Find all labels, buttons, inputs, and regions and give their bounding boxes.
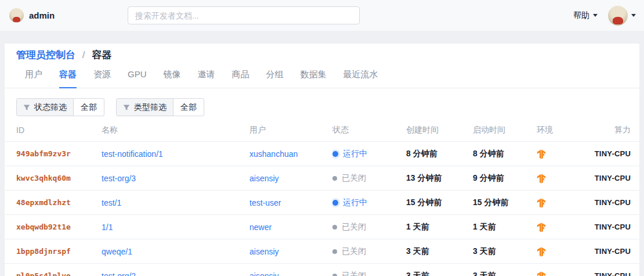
filter-bar: 状态筛选全部类型筛选全部 (5, 98, 639, 116)
table-row: kwvc3qhkq60mtest-org/3aisensiy已关闭13 分钟前9… (5, 166, 639, 191)
status-dot-icon (332, 249, 337, 254)
tab-containers[interactable]: 容器 (59, 69, 77, 88)
container-name-link[interactable]: test-org/2 (102, 271, 136, 276)
search-box (128, 6, 360, 24)
tensorflow-icon (537, 198, 546, 208)
help-label: 帮助 (573, 10, 589, 21)
status-badge: 运行中 (332, 198, 406, 208)
filter-label: 类型筛选 (134, 102, 167, 113)
table-row: 48epxmdlzhzttest/1test-user运行中15 分钟前15 分… (5, 191, 639, 215)
created-time: 8 分钟前 (406, 149, 473, 159)
compute-type: TINY-CPU (586, 198, 631, 207)
account-chevron-down-icon[interactable] (631, 14, 636, 17)
breadcrumb-parent-link[interactable]: 管理员控制台 (16, 49, 75, 60)
page-title: 容器 (92, 49, 111, 60)
tensorflow-icon (537, 247, 546, 257)
funnel-icon (23, 104, 30, 111)
started-time: 8 分钟前 (473, 149, 537, 159)
compute-type: TINY-CPU (586, 247, 631, 256)
tab-datasets[interactable]: 数据集 (301, 69, 327, 88)
table-row: 949abfm9zv3rtest-notification/1xushanchu… (5, 142, 639, 166)
status-filter-button[interactable]: 状态筛选 (17, 99, 74, 116)
tab-invitations[interactable]: 邀请 (198, 69, 215, 88)
tab-images[interactable]: 镜像 (164, 69, 181, 88)
status-label: 运行中 (343, 149, 367, 159)
user-link[interactable]: aisensiy (249, 174, 279, 183)
status-dot-icon (332, 200, 338, 206)
status-badge: 运行中 (332, 149, 406, 159)
created-time: 15 分钟前 (406, 198, 473, 208)
status-badge: 已关闭 (332, 246, 406, 257)
admin-console-panel: 管理员控制台 / 容器 用户容器资源GPU镜像邀请商品分组数据集最近流水 状态筛… (5, 44, 639, 276)
tensorflow-icon (537, 271, 546, 276)
tabs: 用户容器资源GPU镜像邀请商品分组数据集最近流水 (5, 69, 639, 88)
container-id: kwvc3qhkq60m (16, 174, 102, 182)
status-label: 已关闭 (342, 173, 366, 184)
container-id: xebqwdb92t1e (16, 223, 102, 231)
funnel-icon (123, 104, 130, 111)
started-time: 1 天前 (473, 222, 537, 232)
tensorflow-icon (537, 149, 546, 159)
tensorflow-icon (537, 174, 546, 184)
status-label: 已关闭 (342, 246, 366, 257)
status-badge: 已关闭 (332, 173, 406, 184)
containers-table: ID名称用户状态创建时间启动时间环境算力 949abfm9zv3rtest-no… (5, 119, 639, 276)
container-name-link[interactable]: test/1 (102, 198, 121, 207)
type-filter-button[interactable]: 类型筛选 (117, 99, 173, 116)
started-time: 15 分钟前 (473, 198, 537, 208)
tab-recent-transactions[interactable]: 最近流水 (343, 69, 378, 88)
user-link[interactable]: aisensiy (249, 271, 279, 276)
started-time: 9 分钟前 (473, 173, 537, 184)
created-time: 3 天前 (406, 246, 473, 257)
status-label: 已关闭 (342, 222, 366, 232)
tab-gpu[interactable]: GPU (128, 69, 147, 88)
table-row: xebqwdb92t1e1/1newer已关闭1 天前1 天前TINY-CPU (5, 215, 639, 239)
user-link[interactable]: newer (249, 223, 272, 232)
user-avatar[interactable] (9, 8, 24, 23)
type-filter: 类型筛选全部 (116, 98, 204, 116)
column-header-compute: 算力 (586, 125, 631, 135)
created-time: 1 天前 (406, 222, 473, 232)
created-time: 3 天前 (406, 271, 473, 276)
account-avatar[interactable] (608, 6, 628, 26)
column-header-started: 启动时间 (473, 125, 537, 135)
tab-users[interactable]: 用户 (25, 69, 42, 88)
chevron-down-icon (593, 14, 598, 17)
container-id: pl0p5s4lplvo (16, 271, 102, 276)
status-dot-icon (332, 225, 337, 230)
status-label: 运行中 (343, 198, 367, 208)
column-header-created: 创建时间 (406, 125, 473, 135)
breadcrumb-separator: / (82, 49, 85, 60)
topbar-right: 帮助 (573, 0, 636, 31)
search-input[interactable] (128, 6, 360, 24)
user-link[interactable]: test-user (249, 198, 281, 207)
tab-groups[interactable]: 分组 (266, 69, 284, 88)
breadcrumb: 管理员控制台 / 容器 (5, 48, 639, 62)
column-header-status: 状态 (332, 125, 406, 135)
container-name-link[interactable]: 1/1 (102, 223, 113, 232)
help-menu[interactable]: 帮助 (573, 10, 598, 21)
table-row: 1bpp8djnrspfqweqe/1aisensiy已关闭3 天前3 天前TI… (5, 239, 639, 264)
column-header-id: ID (16, 126, 102, 135)
container-name-link[interactable]: qweqe/1 (102, 247, 132, 256)
table-row: pl0p5s4lplvotest-org/2aisensiy已关闭3 天前3 天… (5, 264, 639, 276)
compute-type: TINY-CPU (586, 174, 631, 182)
tab-products[interactable]: 商品 (232, 69, 249, 88)
status-badge: 已关闭 (332, 222, 406, 232)
container-name-link[interactable]: test-notification/1 (102, 149, 163, 159)
column-header-user: 用户 (249, 125, 332, 135)
username: admin (29, 10, 55, 20)
topbar: admin 帮助 (0, 0, 644, 31)
user-link[interactable]: xushanchuan (249, 149, 298, 159)
user-link[interactable]: aisensiy (249, 247, 279, 256)
status-filter: 状态筛选全部 (16, 98, 104, 116)
tab-resources[interactable]: 资源 (93, 69, 111, 88)
type-filter-value[interactable]: 全部 (173, 99, 204, 116)
status-filter-value[interactable]: 全部 (74, 99, 104, 116)
column-header-name: 名称 (102, 125, 249, 135)
filter-label: 状态筛选 (34, 102, 67, 113)
container-id: 48epxmdlzhzt (16, 198, 102, 207)
status-dot-icon (332, 176, 337, 181)
status-dot-icon (332, 151, 338, 157)
container-name-link[interactable]: test-org/3 (102, 174, 136, 183)
